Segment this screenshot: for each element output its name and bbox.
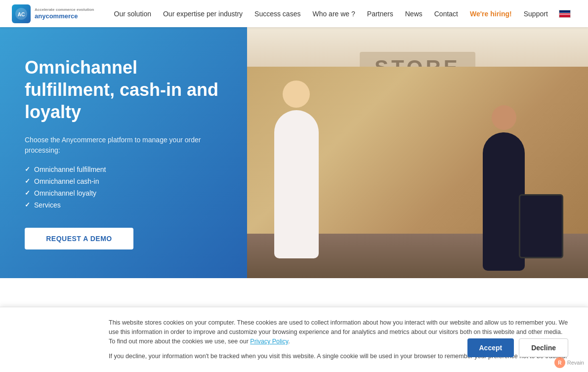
nav-support[interactable]: Support: [519, 7, 553, 21]
privacy-policy-link[interactable]: Privacy Policy: [250, 338, 288, 345]
request-demo-button[interactable]: REQUEST A DEMO: [25, 228, 133, 249]
cookie-banner: This website stores cookies on your comp…: [0, 307, 588, 372]
nav-partners[interactable]: Partners: [362, 7, 398, 21]
decline-button[interactable]: Decline: [519, 338, 568, 357]
hero-right-image: STORE: [247, 27, 588, 278]
list-item: ✓ Services: [25, 201, 222, 209]
nav-news[interactable]: News: [400, 7, 427, 21]
nav-our-solution[interactable]: Our solution: [109, 7, 156, 21]
logo-text: Accelerate commerce evolution anycommerc…: [35, 7, 94, 20]
cookie-buttons: Accept Decline: [467, 338, 569, 357]
hero-subtitle: Choose the Anycommerce platform to manag…: [25, 135, 222, 156]
check-icon: ✓: [25, 201, 30, 208]
nav-contact[interactable]: Contact: [429, 7, 463, 21]
revain-icon: R: [554, 357, 565, 368]
store-background: STORE: [247, 27, 588, 278]
accept-button[interactable]: Accept: [467, 338, 514, 357]
hero-section: Omnichannel fulfillment, cash-in and loy…: [0, 27, 588, 278]
uk-flag-icon[interactable]: [559, 10, 571, 18]
hero-title: Omnichannel fulfillment, cash-in and loy…: [25, 56, 222, 123]
check-icon: ✓: [25, 189, 30, 197]
list-item: ✓ Omnichannel loyalty: [25, 189, 222, 197]
list-item: ✓ Omnichannel cash-in: [25, 177, 222, 185]
check-icon: ✓: [25, 165, 30, 173]
revain-label: Revain: [567, 360, 584, 366]
revain-badge: R Revain: [554, 357, 584, 368]
list-item: ✓ Omnichannel fulfillment: [25, 165, 222, 173]
nav-links: Our solution Our expertise per industry …: [109, 7, 577, 21]
nav-success-cases[interactable]: Success cases: [250, 7, 305, 21]
main-nav: AC Accelerate commerce evolution anycomm…: [0, 0, 588, 27]
nav-our-expertise[interactable]: Our expertise per industry: [158, 7, 248, 21]
hero-left-panel: Omnichannel fulfillment, cash-in and loy…: [0, 27, 247, 278]
nav-hiring[interactable]: We're hiring!: [465, 7, 517, 21]
logo-icon: AC: [12, 4, 31, 23]
logo-link[interactable]: AC Accelerate commerce evolution anycomm…: [12, 4, 94, 23]
svg-text:AC: AC: [18, 12, 25, 17]
hero-feature-list: ✓ Omnichannel fulfillment ✓ Omnichannel …: [25, 165, 222, 213]
check-icon: ✓: [25, 177, 30, 185]
nav-who-are-we[interactable]: Who are we ?: [307, 7, 360, 21]
